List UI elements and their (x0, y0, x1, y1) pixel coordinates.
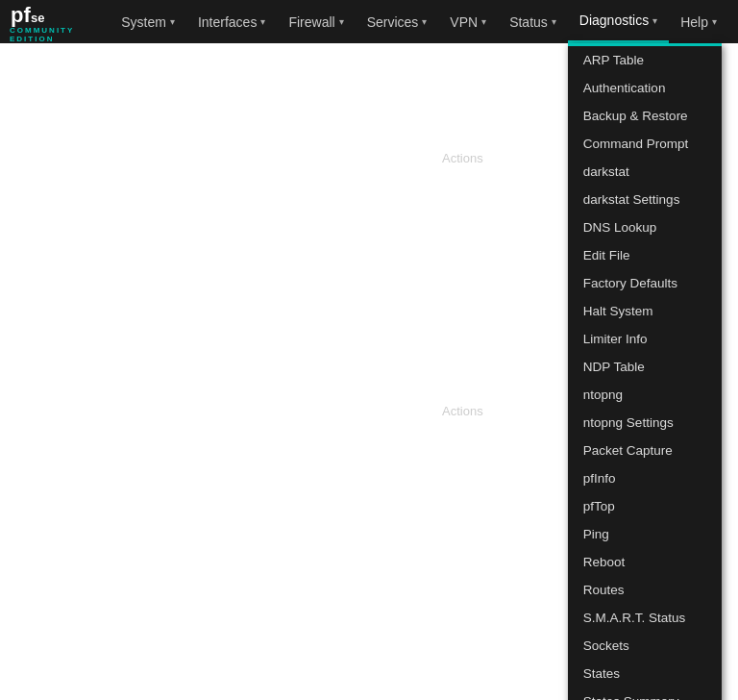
nav-status[interactable]: Status ▾ (498, 0, 568, 43)
brand-logo: pf sense (10, 1, 92, 28)
nav-firewall-caret: ▾ (339, 16, 344, 27)
svg-text:sense: sense (31, 11, 44, 25)
nav-system-label: System (121, 14, 166, 30)
pfsense-logo-icon: pf sense (10, 1, 44, 28)
diagnostics-menu-item-states[interactable]: States (568, 660, 722, 688)
nav-vpn[interactable]: VPN ▾ (438, 0, 498, 43)
nav-interfaces-label: Interfaces (198, 14, 257, 30)
nav-interfaces[interactable]: Interfaces ▾ (186, 0, 277, 43)
diagnostics-menu-item-halt-system[interactable]: Halt System (568, 297, 722, 325)
nav-firewall-label: Firewall (288, 14, 334, 30)
diagnostics-dropdown-menu: ARP TableAuthenticationBackup & RestoreC… (568, 43, 722, 700)
diagnostics-menu-item-authentication[interactable]: Authentication (568, 74, 722, 102)
nav-system-caret: ▾ (170, 16, 175, 27)
diagnostics-menu-item-ndp-table[interactable]: NDP Table (568, 353, 722, 381)
ghost-text-1: Actions (442, 151, 483, 165)
nav-services-caret: ▾ (422, 16, 427, 27)
ghost-text-2: Actions (442, 404, 483, 418)
diagnostics-menu-item-arp-table[interactable]: ARP Table (568, 46, 722, 74)
nav-system[interactable]: System ▾ (110, 0, 186, 43)
diagnostics-menu-item-pftop[interactable]: pfTop (568, 492, 722, 520)
diagnostics-menu-item-ntopng[interactable]: ntopng (568, 381, 722, 409)
diagnostics-menu-item-backup---restore[interactable]: Backup & Restore (568, 102, 722, 130)
diagnostics-menu-item-dns-lookup[interactable]: DNS Lookup (568, 213, 722, 241)
diagnostics-menu-item-packet-capture[interactable]: Packet Capture (568, 437, 722, 464)
diagnostics-menu-item-reboot[interactable]: Reboot (568, 548, 722, 576)
nav-diagnostics-caret: ▾ (652, 15, 657, 26)
diagnostics-menu-item-limiter-info[interactable]: Limiter Info (568, 325, 722, 353)
nav-status-caret: ▾ (552, 16, 556, 27)
brand-community-text: COMMUNITY EDITION (10, 26, 92, 43)
nav-services[interactable]: Services ▾ (356, 0, 439, 43)
diagnostics-menu-item-ping[interactable]: Ping (568, 520, 722, 548)
diagnostics-menu-item-states-summary[interactable]: States Summary (568, 688, 722, 700)
nav-vpn-label: VPN (450, 14, 478, 30)
diagnostics-menu-item-ntopng-settings[interactable]: ntopng Settings (568, 409, 722, 437)
nav-status-label: Status (509, 14, 548, 30)
nav-vpn-caret: ▾ (481, 16, 486, 27)
diagnostics-menu-item-darkstat[interactable]: darkstat (568, 158, 722, 186)
nav-help-label: Help (680, 14, 708, 30)
nav-help[interactable]: Help ▾ (669, 0, 728, 43)
nav-help-caret: ▾ (712, 16, 717, 27)
nav-diagnostics-label: Diagnostics (579, 12, 649, 28)
nav-interfaces-caret: ▾ (260, 16, 265, 27)
diagnostics-menu-item-pfinfo[interactable]: pfInfo (568, 464, 722, 492)
navbar: pf sense COMMUNITY EDITION System ▾ Inte… (0, 0, 738, 43)
nav-items: System ▾ Interfaces ▾ Firewall ▾ Service… (110, 0, 728, 43)
diagnostics-menu-item-routes[interactable]: Routes (568, 576, 722, 604)
diagnostics-menu-item-factory-defaults[interactable]: Factory Defaults (568, 269, 722, 297)
nav-firewall[interactable]: Firewall ▾ (277, 0, 355, 43)
brand: pf sense COMMUNITY EDITION (10, 1, 92, 43)
svg-text:pf: pf (11, 3, 31, 27)
diagnostics-menu-item-command-prompt[interactable]: Command Prompt (568, 130, 722, 158)
diagnostics-menu-item-s-m-a-r-t--status[interactable]: S.M.A.R.T. Status (568, 604, 722, 632)
diagnostics-menu-item-sockets[interactable]: Sockets (568, 632, 722, 660)
diagnostics-menu-item-edit-file[interactable]: Edit File (568, 241, 722, 269)
nav-diagnostics[interactable]: Diagnostics ▾ ARP TableAuthenticationBac… (568, 0, 669, 43)
nav-services-label: Services (367, 14, 419, 30)
diagnostics-menu-item-darkstat-settings[interactable]: darkstat Settings (568, 186, 722, 213)
